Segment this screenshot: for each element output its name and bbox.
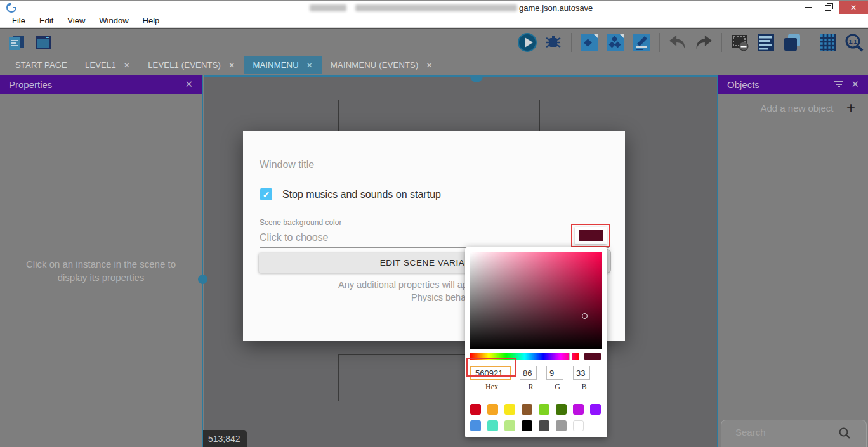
green-input[interactable]: [546, 366, 563, 380]
search-icon: [838, 427, 851, 439]
gdevelop-logo-icon: [6, 3, 16, 13]
filter-icon[interactable]: [834, 81, 843, 87]
svg-text:1:1: 1:1: [848, 39, 857, 45]
color-preset-swatch[interactable]: [504, 420, 515, 431]
search-input[interactable]: [735, 427, 837, 437]
b-label: B: [575, 382, 593, 392]
edit-objects-icon[interactable]: [579, 32, 600, 53]
g-label: G: [549, 382, 566, 392]
color-preset-swatch[interactable]: [539, 404, 549, 415]
color-preset-swatch[interactable]: [487, 404, 498, 415]
current-color-swatch: [584, 353, 601, 360]
toolbar-separator: [721, 33, 722, 52]
redacted-title-segment: [355, 4, 517, 11]
window-title-field[interactable]: Window title: [260, 159, 314, 171]
tab-close-icon[interactable]: ✕: [306, 61, 313, 70]
scene-tabbar: START PAGE LEVEL1✕ LEVEL1 (EVENTS)✕ MAIN…: [0, 56, 868, 74]
tab-close-icon[interactable]: ✕: [426, 61, 433, 70]
tab-start-page[interactable]: START PAGE: [6, 56, 76, 74]
objects-panel: Objects ✕ Add a new object +: [717, 75, 868, 447]
color-preset-swatch[interactable]: [590, 404, 601, 415]
add-object-row[interactable]: Add a new object +: [718, 101, 868, 114]
preview-play-icon[interactable]: [517, 32, 537, 53]
tab-close-icon[interactable]: ✕: [228, 61, 235, 70]
background-color-field[interactable]: Click to choose: [260, 232, 329, 243]
picker-divider: [470, 398, 602, 398]
toggle-grid-icon[interactable]: [818, 32, 838, 53]
menubar: File Edit View Window Help: [0, 14, 868, 28]
toolbar-separator: [810, 33, 810, 52]
minimize-button[interactable]: [798, 1, 817, 15]
properties-panel: Properties ✕ Click on an instance in the…: [0, 75, 203, 447]
toolbar: 1:1: [0, 28, 868, 56]
color-preset-swatch[interactable]: [556, 404, 567, 415]
color-picker-popup: Hex R G B: [465, 247, 607, 437]
close-panel-icon[interactable]: ✕: [851, 79, 859, 90]
close-panel-icon[interactable]: ✕: [185, 79, 193, 90]
titlebar: game.json.autosave ✕: [0, 0, 868, 14]
zoom-original-icon[interactable]: 1:1: [844, 32, 864, 53]
panel-resize-handle[interactable]: [470, 76, 483, 82]
layers-icon[interactable]: [782, 32, 802, 53]
saturation-pointer[interactable]: [582, 313, 588, 319]
properties-panel-header: Properties ✕: [0, 75, 202, 94]
color-preset-swatch[interactable]: [470, 420, 481, 431]
panel-resize-handle[interactable]: [198, 275, 207, 284]
toggle-objects-list-icon[interactable]: [756, 32, 776, 53]
red-input[interactable]: [520, 366, 537, 380]
color-preset-swatch[interactable]: [539, 420, 549, 431]
toggle-mask-icon[interactable]: [730, 32, 750, 53]
cursor-coordinates-badge: 513;842: [203, 430, 247, 447]
close-window-button[interactable]: ✕: [839, 1, 868, 15]
menu-view[interactable]: View: [60, 14, 92, 28]
text-field-underline: [260, 176, 609, 176]
tab-level1-events[interactable]: LEVEL1 (EVENTS)✕: [139, 56, 244, 74]
color-preset-swatch[interactable]: [522, 404, 532, 415]
color-preset-swatch[interactable]: [573, 404, 584, 415]
restore-button[interactable]: [819, 1, 838, 15]
annotation-highlight-swatch: [571, 224, 610, 247]
objects-search-box: [721, 420, 867, 447]
tab-mainmenu[interactable]: MAINMENU✕: [244, 56, 322, 74]
color-preset-swatch[interactable]: [504, 404, 515, 415]
r-label: R: [522, 382, 539, 392]
plus-icon[interactable]: +: [846, 101, 855, 114]
window-title: game.json.autosave: [519, 3, 593, 13]
stop-music-label: Stop musics and sounds on startup: [282, 189, 441, 200]
blue-input[interactable]: [573, 366, 590, 380]
menu-window[interactable]: Window: [92, 14, 135, 28]
preset-row-1: [470, 404, 602, 415]
undo-icon[interactable]: [667, 32, 688, 53]
color-preset-swatch[interactable]: [556, 420, 567, 431]
tab-close-icon[interactable]: ✕: [124, 61, 130, 70]
add-object-label: Add a new object: [747, 103, 846, 113]
color-preset-swatch[interactable]: [522, 420, 532, 431]
start-page-window-icon[interactable]: [33, 32, 53, 53]
properties-empty-message: Click on an instance in the scene to dis…: [0, 257, 202, 284]
toolbar-separator: [571, 33, 572, 52]
menu-file[interactable]: File: [5, 14, 32, 28]
project-manager-icon[interactable]: [6, 32, 27, 53]
stop-music-row: ✓ Stop musics and sounds on startup: [260, 188, 441, 200]
tab-mainmenu-events[interactable]: MAINMENU (EVENTS)✕: [322, 56, 442, 74]
toolbar-separator: [659, 33, 660, 52]
color-preset-swatch[interactable]: [487, 420, 498, 431]
tab-level1[interactable]: LEVEL1✕: [76, 56, 139, 74]
debug-icon[interactable]: [543, 32, 563, 53]
edit-object-groups-icon[interactable]: [605, 32, 626, 53]
color-preset-swatch[interactable]: [470, 404, 481, 415]
preset-row-2: [470, 420, 602, 431]
scene-background-color-label: Scene background color: [260, 218, 341, 227]
properties-panel-title: Properties: [9, 79, 177, 90]
menu-help[interactable]: Help: [136, 14, 167, 28]
hue-slider-handle[interactable]: [569, 353, 572, 360]
edit-scene-properties-icon[interactable]: [631, 32, 652, 53]
redo-icon[interactable]: [694, 32, 714, 53]
objects-panel-header: Objects ✕: [718, 75, 868, 94]
objects-panel-title: Objects: [727, 79, 834, 90]
saturation-gradient-area[interactable]: [470, 252, 602, 349]
toolbar-separator: [62, 33, 62, 52]
color-preset-swatch[interactable]: [573, 420, 584, 431]
stop-music-checkbox[interactable]: ✓: [260, 188, 272, 200]
menu-edit[interactable]: Edit: [32, 14, 60, 28]
